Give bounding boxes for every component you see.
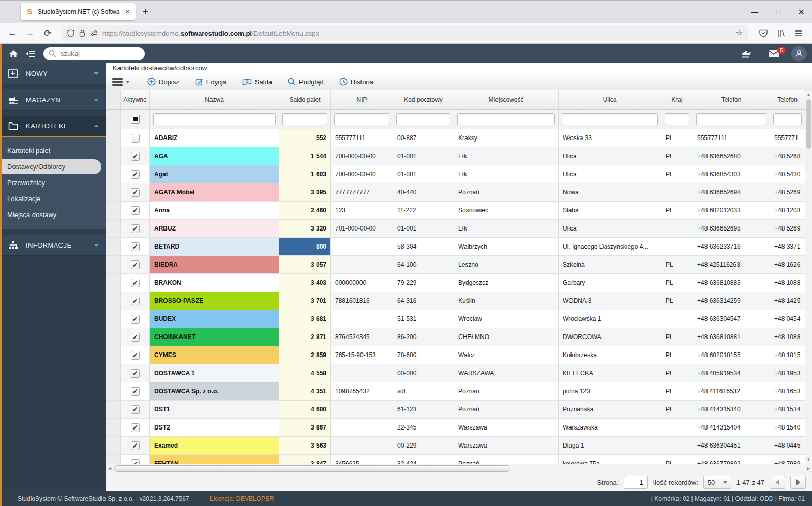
- cell-nazwa[interactable]: CHOINKANET: [150, 328, 279, 346]
- table-row[interactable]: Anna2 46012311-222SosnowiecSłabaPL+48 60…: [106, 202, 805, 220]
- table-row[interactable]: ARBUZ3 320701-000-00-0001-001EłkUlica+48…: [106, 220, 805, 238]
- cell-nazwa[interactable]: BUDEX: [150, 310, 279, 328]
- filter-kraj-input[interactable]: [665, 113, 689, 125]
- select-all-checkbox[interactable]: [131, 115, 140, 124]
- tab-close-icon[interactable]: ✕: [124, 7, 131, 17]
- back-icon[interactable]: ←: [5, 28, 20, 38]
- cell-nazwa[interactable]: BROSSO-PASZE: [150, 292, 279, 310]
- sidebar-item-kartoteki-palet[interactable]: Kartoteki palet: [0, 143, 106, 158]
- row-active-checkbox[interactable]: [131, 170, 140, 179]
- sidebar-item-kartoteki[interactable]: KARTOTEKI: [0, 116, 106, 137]
- edycja-button[interactable]: Edycja: [189, 75, 233, 88]
- chevron-down-icon[interactable]: [94, 99, 99, 101]
- forward-icon[interactable]: →: [23, 28, 37, 38]
- library-icon[interactable]: [777, 29, 785, 37]
- table-row[interactable]: BROSSO-PASZE3 701788160181664-316KuślinW…: [106, 292, 805, 310]
- header-kod-pocztowy[interactable]: Kod pocztowy: [393, 90, 454, 109]
- pocket-icon[interactable]: [759, 29, 768, 37]
- page-size-select[interactable]: 50: [703, 476, 731, 489]
- prev-page-button[interactable]: [770, 476, 785, 489]
- filter-ulica-input[interactable]: [562, 113, 658, 125]
- sidebar-item-informacje[interactable]: INFORMACJE: [0, 235, 106, 256]
- new-tab-button[interactable]: +: [143, 6, 148, 18]
- cell-nazwa[interactable]: CYMES: [150, 346, 279, 364]
- cell-nazwa[interactable]: FEHTAN: [150, 455, 279, 464]
- sidebar-item-miejsca-dostawy[interactable]: Miejsca dostawy: [0, 207, 106, 222]
- vertical-scrollbar[interactable]: ▲ ▼: [805, 90, 812, 464]
- row-active-checkbox[interactable]: [131, 188, 140, 197]
- dopisz-button[interactable]: Dopisz: [141, 75, 186, 88]
- header-kraj[interactable]: Kraj: [661, 90, 693, 109]
- table-row[interactable]: DOSTAWCA 14 55800-000WARSZAWAKIELECKAPL+…: [106, 364, 805, 382]
- scroll-down-icon[interactable]: ▼: [805, 456, 812, 464]
- cell-nazwa[interactable]: ADABIZ: [150, 129, 279, 147]
- cell-nazwa[interactable]: Anna: [150, 202, 279, 219]
- cell-nazwa[interactable]: DST2: [150, 419, 279, 436]
- table-row[interactable]: AGA1 544700-000-00-0001-001EłkUlicaPL+48…: [106, 147, 805, 165]
- cell-nazwa[interactable]: AGA: [150, 147, 279, 165]
- row-active-checkbox[interactable]: [131, 297, 140, 305]
- historia-button[interactable]: Historia: [333, 75, 380, 88]
- header-nazwa[interactable]: Nazwa: [150, 90, 279, 109]
- cell-nazwa[interactable]: Examed: [150, 437, 279, 454]
- row-active-checkbox[interactable]: [131, 206, 140, 215]
- sidebar-item-lokalizacje[interactable]: Lokalizacje: [0, 191, 106, 206]
- table-row[interactable]: Agat1 603700-000-00-0001-001EłkUlicaPL+4…: [106, 165, 805, 183]
- row-active-checkbox[interactable]: [131, 333, 140, 342]
- scroll-right-icon[interactable]: ▶: [805, 464, 812, 473]
- header-miejscowosc[interactable]: Miejscowość: [454, 90, 559, 109]
- browser-tab[interactable]: S StudioSystem.NET (c) SoftwareS ✕: [21, 3, 136, 20]
- vertical-scroll-thumb[interactable]: [806, 99, 811, 149]
- table-row[interactable]: CYMES2 859765-15-90-15378-600WałczKołobr…: [106, 346, 805, 364]
- shield-icon[interactable]: [67, 29, 74, 37]
- row-active-checkbox[interactable]: [131, 279, 140, 287]
- window-close-button[interactable]: ✕: [798, 7, 805, 17]
- table-row[interactable]: DOSTAWCA Sp. z o.o.4 3511098765432sdfPoz…: [106, 382, 805, 401]
- header-ulica[interactable]: Ulica: [559, 90, 661, 109]
- row-active-checkbox[interactable]: [131, 134, 140, 143]
- filter-telefon2-input[interactable]: [773, 113, 802, 125]
- url-bar[interactable]: https://studiosystemdemo.softwarestudio.…: [62, 25, 748, 41]
- sidebar-item-magazyn[interactable]: MAGAZYN: [0, 89, 106, 111]
- cell-nazwa[interactable]: BETARD: [150, 238, 279, 255]
- bookmark-star-icon[interactable]: ☆: [736, 28, 743, 38]
- chevron-down-icon[interactable]: [94, 72, 99, 75]
- table-row[interactable]: DST14 60061-123PoznańPoznańskaPL+48 4143…: [106, 401, 805, 419]
- horizontal-scrollbar[interactable]: ◀ ▶: [106, 464, 812, 473]
- row-active-checkbox[interactable]: [131, 242, 140, 251]
- podglad-button[interactable]: Podgląd: [281, 75, 330, 88]
- scroll-up-icon[interactable]: ▲: [805, 90, 812, 98]
- table-row[interactable]: ADABIZ55255577711100-887KraksyWłoska 33P…: [106, 129, 805, 147]
- scroll-left-icon[interactable]: ◀: [106, 464, 113, 473]
- header-telefon[interactable]: Telefon: [693, 90, 770, 109]
- sidebar-item-przewoznicy[interactable]: Przewoźnicy: [0, 175, 106, 190]
- grid-menu-button[interactable]: [112, 78, 130, 86]
- table-row[interactable]: BETARD80058-304WałbrzychUl. Ignacego Das…: [106, 238, 805, 256]
- table-row[interactable]: AGATA Mobel3 095777777777740-440PoznańNo…: [106, 183, 805, 202]
- row-active-checkbox[interactable]: [131, 351, 140, 360]
- horizontal-scroll-thumb[interactable]: [114, 465, 510, 472]
- cell-nazwa[interactable]: DOSTAWCA 1: [150, 364, 279, 382]
- salda-button[interactable]: Salda: [236, 76, 278, 88]
- chevron-up-icon[interactable]: [94, 125, 99, 127]
- sidebar-item-nowy[interactable]: NOWY: [0, 63, 106, 84]
- send-plane-icon[interactable]: [740, 49, 753, 58]
- header-nip[interactable]: NIP: [331, 90, 393, 109]
- filter-nip-input[interactable]: [334, 113, 389, 125]
- cell-nazwa[interactable]: BRAKON: [150, 274, 279, 292]
- table-row[interactable]: CHOINKANET2 871876452434586-200CHEŁMNODW…: [106, 328, 805, 346]
- global-search[interactable]: [43, 47, 145, 60]
- filter-nazwa-input[interactable]: [153, 113, 276, 125]
- mail-icon[interactable]: 5: [768, 50, 779, 58]
- row-active-checkbox[interactable]: [131, 441, 140, 450]
- table-row[interactable]: BIEDRA3 05764-100LesznoSzkolnaPL+48 4251…: [106, 256, 805, 274]
- row-active-checkbox[interactable]: [131, 369, 140, 378]
- row-active-checkbox[interactable]: [131, 423, 140, 432]
- search-input[interactable]: [61, 50, 128, 57]
- row-active-checkbox[interactable]: [131, 387, 140, 396]
- header-saldo-palet[interactable]: Saldo palet: [279, 90, 331, 109]
- table-row[interactable]: DST23 86722-345WarszawaWarszawska+48 414…: [106, 419, 805, 437]
- cell-nazwa[interactable]: Agat: [150, 165, 279, 183]
- home-icon[interactable]: [9, 50, 18, 58]
- header-telefon-2[interactable]: Telefon: [770, 90, 805, 109]
